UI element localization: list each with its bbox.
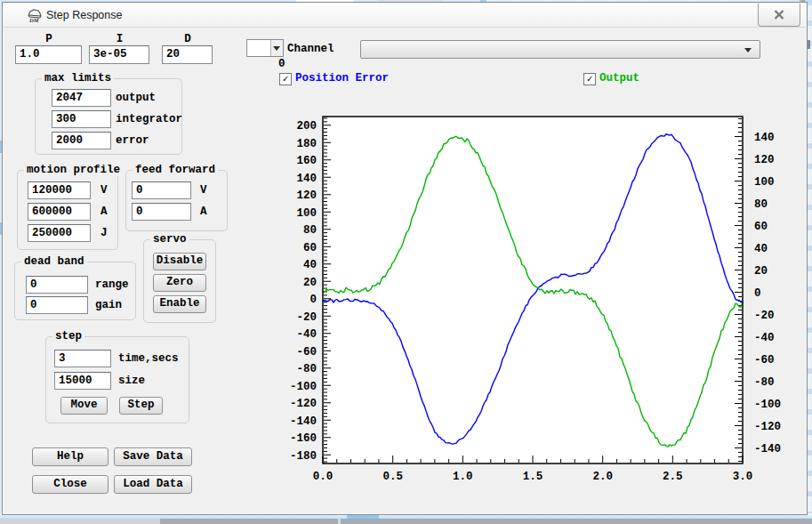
svg-text:20: 20	[754, 265, 768, 278]
p-input[interactable]: 1.0	[15, 45, 82, 64]
max-output-input[interactable]: 2047	[52, 89, 111, 107]
svg-text:-140: -140	[290, 415, 317, 428]
save-data-button[interactable]: Save Data	[114, 447, 192, 466]
i-label: I	[89, 33, 150, 45]
svg-text:-60: -60	[296, 346, 317, 359]
max-output-label: output	[116, 92, 156, 104]
step-title: step	[52, 330, 84, 343]
svg-text:80: 80	[754, 198, 768, 211]
step-size-input[interactable]: 15000	[54, 372, 111, 390]
svg-text:140: 140	[296, 173, 317, 185]
svg-text:-40: -40	[296, 328, 317, 341]
load-data-button[interactable]: Load Data	[114, 475, 192, 494]
move-button[interactable]: Move	[60, 397, 108, 415]
background-window-fragment	[338, 519, 341, 524]
svg-text:-20: -20	[296, 311, 317, 324]
p-label: P	[15, 33, 83, 45]
svg-text:1.5: 1.5	[523, 471, 543, 483]
svg-text:100: 100	[296, 207, 317, 220]
step-button[interactable]: Step	[119, 397, 163, 415]
close-button[interactable]	[758, 4, 800, 27]
output-checkbox-label: Output	[599, 72, 639, 85]
svg-text:200: 200	[296, 120, 317, 133]
channel-select[interactable]: 0	[246, 39, 284, 57]
svg-text:0: 0	[754, 287, 761, 300]
window-title: Step Response	[46, 9, 122, 21]
svg-text:-80: -80	[296, 363, 317, 375]
title-bar: DM Step Response	[4, 4, 806, 28]
svg-text:0.0: 0.0	[313, 471, 334, 483]
svg-text:-140: -140	[754, 443, 781, 455]
svg-text:-120: -120	[290, 398, 317, 410]
svg-text:140: 140	[754, 132, 775, 144]
svg-text:-40: -40	[754, 332, 775, 344]
close-icon	[774, 10, 784, 20]
dead-band-gain-label: gain	[95, 299, 122, 311]
acceleration-input[interactable]: 600000	[28, 203, 91, 221]
i-input[interactable]: 3e-05	[89, 45, 149, 64]
d-input[interactable]: 20	[162, 45, 213, 64]
svg-text:-180: -180	[290, 450, 317, 463]
svg-text:-120: -120	[754, 421, 781, 433]
velocity-input[interactable]: 120000	[28, 181, 91, 199]
help-button[interactable]: Help	[32, 447, 109, 466]
background-window-fragment	[0, 519, 160, 524]
plot-select[interactable]: Plot: Position Error, Output vs Time, se…	[360, 40, 760, 59]
svg-text:180: 180	[296, 138, 317, 150]
max-integrator-label: integrator	[116, 113, 182, 125]
svg-text:3.0: 3.0	[733, 471, 753, 483]
svg-text:80: 80	[303, 224, 317, 237]
max-error-label: error	[116, 134, 149, 147]
ff-velocity-input[interactable]: 0	[132, 181, 191, 199]
motion-profile-title: motion profile	[24, 164, 123, 176]
zero-button[interactable]: Zero	[153, 274, 206, 292]
servo-title: servo	[150, 233, 189, 246]
chevron-down-icon	[744, 48, 752, 52]
ff-acceleration-label: A	[200, 206, 207, 218]
svg-text:-80: -80	[754, 376, 775, 389]
close-dialog-button[interactable]: Close	[32, 475, 109, 494]
svg-text:0.5: 0.5	[382, 471, 403, 483]
svg-text:160: 160	[296, 155, 317, 167]
svg-text:2.5: 2.5	[663, 471, 683, 483]
app-icon: DM	[27, 8, 43, 23]
svg-text:0: 0	[310, 294, 317, 306]
enable-button[interactable]: Enable	[153, 295, 206, 313]
step-size-label: size	[118, 375, 145, 387]
jerk-input[interactable]: 250000	[28, 224, 91, 242]
chevron-down-icon	[273, 46, 280, 51]
svg-text:1.0: 1.0	[453, 471, 473, 483]
disable-button[interactable]: Disable	[153, 253, 206, 270]
feed-forward-title: feed forward	[133, 164, 218, 176]
acceleration-label: A	[100, 206, 108, 218]
svg-text:100: 100	[754, 176, 775, 189]
channel-label: Channel	[287, 43, 334, 55]
d-label: D	[162, 33, 213, 45]
svg-text:-100: -100	[754, 399, 781, 411]
svg-text:120: 120	[754, 154, 775, 166]
jerk-label: J	[100, 227, 108, 239]
dead-band-range-input[interactable]: 0	[26, 276, 88, 294]
dead-band-range-label: range	[95, 278, 129, 291]
dead-band-title: dead band	[21, 255, 87, 268]
svg-text:-100: -100	[290, 381, 317, 393]
max-limits-title: max limits	[42, 72, 114, 85]
svg-text:DM: DM	[28, 17, 39, 23]
position-error-checkbox[interactable]: ✓	[279, 73, 292, 85]
step-time-input[interactable]: 3	[54, 350, 111, 367]
output-checkbox[interactable]: ✓	[583, 73, 596, 85]
max-error-input[interactable]: 2000	[52, 132, 111, 149]
svg-text:2.0: 2.0	[592, 471, 613, 483]
ff-acceleration-input[interactable]: 0	[132, 203, 191, 221]
background-window-taskbar-strip	[0, 519, 812, 524]
step-response-window: DM Step Response P I D 1.0 3e-05 20 0 Ch…	[2, 2, 808, 515]
max-integrator-input[interactable]: 300	[52, 110, 111, 128]
dead-band-gain-input[interactable]: 0	[26, 296, 88, 314]
feed-forward-frame	[125, 170, 228, 231]
channel-dropdown-button[interactable]	[270, 40, 283, 56]
ff-velocity-label: V	[200, 184, 207, 197]
step-response-chart: -180-160-140-120-100-80-60-40-2002040608…	[263, 102, 808, 487]
svg-text:120: 120	[296, 189, 317, 202]
velocity-label: V	[100, 184, 108, 197]
svg-text:40: 40	[303, 259, 317, 271]
